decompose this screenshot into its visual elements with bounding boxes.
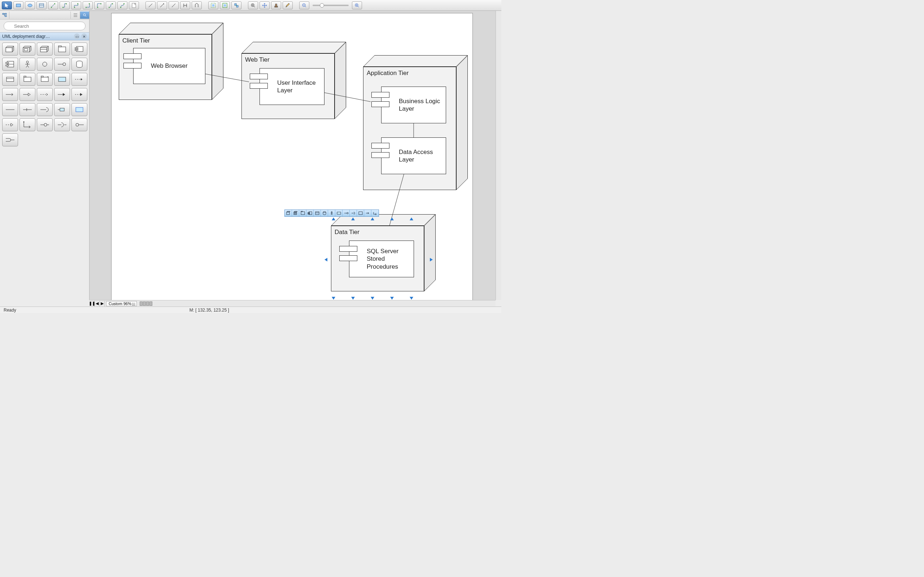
shape-lollipop[interactable] (54, 58, 70, 71)
ctx-btn-2[interactable] (292, 210, 299, 216)
shape-interface[interactable] (37, 58, 53, 71)
shape-rect-1[interactable] (2, 73, 18, 86)
shape-component-1[interactable] (71, 43, 87, 56)
shape-arrow-dash-4[interactable] (2, 118, 18, 131)
shape-arrow-3[interactable] (54, 88, 70, 101)
sel-handle-top-5[interactable] (410, 218, 413, 220)
shape-line-2[interactable] (19, 103, 36, 116)
tool-pointer[interactable] (2, 2, 12, 10)
shape-rect-2[interactable] (19, 73, 36, 86)
hbar-next-icon[interactable]: ▶ (100, 301, 105, 306)
sel-handle-bot-4[interactable] (390, 297, 394, 300)
shape-actor[interactable] (19, 58, 36, 71)
zoom-slider[interactable] (313, 5, 349, 6)
hbar-pause-icon[interactable]: ❚❚ (89, 301, 95, 306)
tool-pen[interactable] (283, 2, 293, 10)
tool-conn1[interactable] (145, 2, 155, 10)
tool-conn4[interactable] (180, 2, 190, 10)
tool-group1[interactable] (208, 2, 218, 10)
sel-handle-top-2[interactable] (351, 218, 355, 220)
shape-rect-small[interactable] (54, 103, 70, 116)
svg-rect-126 (301, 212, 305, 214)
tool-line5[interactable] (94, 2, 104, 10)
view-mode-buttons[interactable] (140, 301, 152, 306)
shape-socket-2[interactable] (54, 118, 70, 131)
tool-line2[interactable] (60, 2, 69, 10)
shape-merge[interactable] (2, 134, 18, 147)
shape-component-2[interactable] (2, 58, 18, 71)
sel-handle-top-1[interactable] (332, 218, 335, 220)
tool-line7[interactable] (117, 2, 128, 10)
shape-arrow-dash-3[interactable] (71, 88, 87, 101)
sel-handle-bot-3[interactable] (371, 297, 374, 300)
sel-handle-right[interactable] (430, 258, 433, 261)
shape-database[interactable] (71, 58, 87, 71)
shape-elbow[interactable] (19, 118, 36, 131)
tool-line6[interactable] (106, 2, 116, 10)
tool-line1[interactable] (48, 2, 58, 10)
sidebar-tab-tree[interactable] (0, 11, 10, 19)
shape-arrow-2[interactable] (19, 88, 36, 101)
ctx-btn-11[interactable] (357, 210, 364, 216)
ctx-btn-10[interactable] (350, 210, 357, 216)
tool-ellipse[interactable] (25, 2, 35, 10)
tool-group2[interactable] (220, 2, 230, 10)
shape-socket-1[interactable] (37, 103, 53, 116)
sel-handle-top-3[interactable] (371, 218, 374, 220)
palette-header[interactable]: UML deployment diagr… ▭ ✕ (0, 32, 89, 40)
shape-arrow-1[interactable] (2, 88, 18, 101)
palette-detach-icon[interactable]: ▭ (74, 34, 80, 39)
zoom-selector[interactable]: Custom 96% (106, 301, 137, 306)
ctx-btn-12[interactable] (364, 210, 372, 216)
sidebar-tab-search[interactable] (80, 11, 89, 19)
shape-node3d-3[interactable] (37, 43, 53, 56)
shape-ball-socket-1[interactable] (37, 118, 53, 131)
ctx-btn-4[interactable] (307, 210, 313, 216)
tool-zoom-in[interactable] (248, 2, 258, 10)
tool-group3[interactable] (231, 2, 241, 10)
ctx-btn-8[interactable] (335, 210, 342, 216)
shape-line-1[interactable] (2, 103, 18, 116)
shape-package-1[interactable] (54, 43, 70, 56)
shape-rect-4[interactable] (54, 73, 70, 86)
ctx-btn-13[interactable] (372, 210, 379, 216)
sel-handle-bot-5[interactable] (410, 297, 413, 300)
shape-node3d-1[interactable] (2, 43, 18, 56)
tool-table[interactable] (36, 2, 47, 10)
sel-handle-top-4[interactable] (390, 218, 394, 220)
tool-stamp[interactable] (271, 2, 281, 10)
sidebar-tab-list[interactable] (70, 11, 80, 19)
tool-conn5[interactable] (192, 2, 202, 10)
ctx-btn-7[interactable] (328, 210, 335, 216)
tool-line3[interactable] (71, 2, 81, 10)
vertical-scrollbar[interactable] (496, 11, 501, 300)
sel-handle-bot-2[interactable] (351, 297, 355, 300)
tool-rectangle[interactable] (13, 2, 23, 10)
sel-handle-left[interactable] (325, 258, 327, 261)
shape-rect-3[interactable] (37, 73, 53, 86)
palette-close-icon[interactable]: ✕ (81, 34, 87, 39)
ctx-btn-5[interactable] (313, 210, 321, 216)
shape-rect-blue[interactable] (71, 103, 87, 116)
ctx-btn-9[interactable] (342, 210, 350, 216)
tool-pan[interactable] (260, 2, 270, 10)
tool-page[interactable] (129, 2, 139, 10)
shape-arrow-dash-1[interactable] (71, 73, 87, 86)
ctx-btn-3[interactable] (299, 210, 307, 216)
sel-handle-bot-1[interactable] (332, 297, 335, 300)
canvas-area[interactable]: Client Tier Web Browser Web Tier User In… (89, 11, 496, 300)
shape-ball-1[interactable] (71, 118, 87, 131)
svg-rect-30 (224, 4, 226, 6)
shape-node3d-2[interactable] (19, 43, 36, 56)
ctx-btn-6[interactable] (321, 210, 328, 216)
search-input[interactable] (3, 22, 86, 30)
tool-conn2[interactable] (157, 2, 167, 10)
hbar-prev-icon[interactable]: ◀ (95, 301, 100, 306)
ctx-btn-1[interactable] (285, 210, 292, 216)
zoom-out-button[interactable] (299, 2, 309, 10)
tool-conn3[interactable] (168, 2, 179, 10)
shape-arrow-dash-2[interactable] (37, 88, 53, 101)
zoom-in-button[interactable] (352, 2, 362, 10)
drawing-canvas[interactable]: Client Tier Web Browser Web Tier User In… (111, 13, 473, 300)
tool-line4[interactable] (82, 2, 93, 10)
